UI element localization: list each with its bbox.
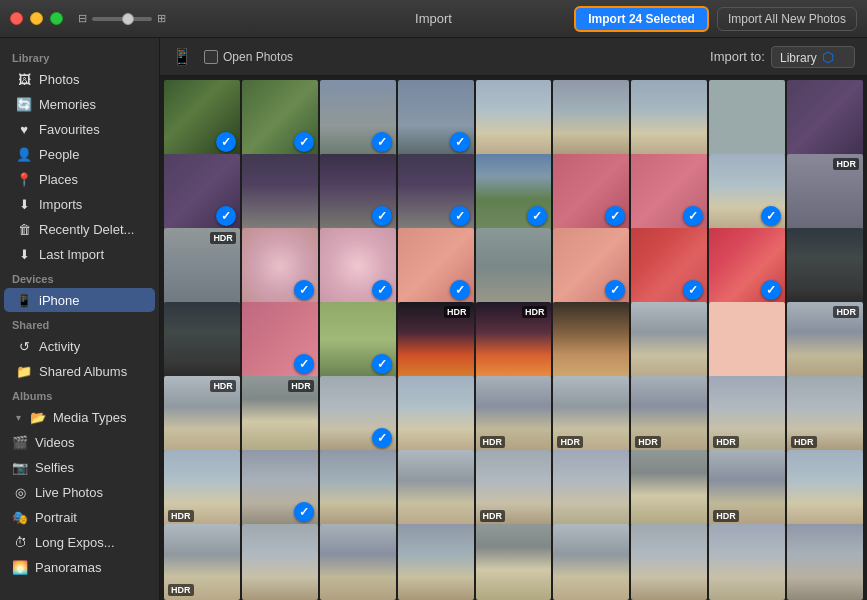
photo-cell-27[interactable] (787, 228, 863, 304)
photo-cell-40[interactable] (398, 376, 474, 452)
photo-check-39[interactable]: ✓ (372, 428, 392, 448)
sidebar-item-people[interactable]: 👤People (4, 142, 155, 166)
photo-cell-47[interactable]: ✓ (242, 450, 318, 526)
zoom-slider-thumb[interactable] (122, 13, 134, 25)
photo-cell-48[interactable] (320, 450, 396, 526)
photo-cell-62[interactable] (709, 524, 785, 600)
photo-cell-32[interactable]: HDR (476, 302, 552, 378)
photo-cell-16[interactable]: ✓ (631, 154, 707, 230)
photo-cell-9[interactable] (787, 80, 863, 156)
photo-check-25[interactable]: ✓ (683, 280, 703, 300)
open-photos-option[interactable]: Open Photos (204, 50, 293, 64)
photo-cell-30[interactable]: ✓ (320, 302, 396, 378)
sidebar-item-places[interactable]: 📍Places (4, 167, 155, 191)
photo-cell-4[interactable]: ✓ (398, 80, 474, 156)
photo-cell-35[interactable] (709, 302, 785, 378)
photo-cell-37[interactable]: HDR (164, 376, 240, 452)
sidebar-item-videos[interactable]: 🎬Videos (4, 430, 155, 454)
photo-cell-41[interactable]: HDR (476, 376, 552, 452)
photo-grid[interactable]: ✓✓✓✓✓✓✓✓✓✓✓HDRHDR✓✓✓✓✓✓✓✓HDRHDRHDRHDRHDR… (160, 76, 867, 600)
photo-cell-45[interactable]: HDR (787, 376, 863, 452)
photo-check-10[interactable]: ✓ (216, 206, 236, 226)
photo-cell-46[interactable]: HDR (164, 450, 240, 526)
zoom-slider[interactable] (92, 17, 152, 21)
photo-cell-58[interactable] (398, 524, 474, 600)
sidebar-item-activity[interactable]: ↺Activity (4, 334, 155, 358)
photo-cell-63[interactable] (787, 524, 863, 600)
sidebar-item-recently-deleted[interactable]: 🗑Recently Delet... (4, 217, 155, 241)
photo-check-17[interactable]: ✓ (761, 206, 781, 226)
open-photos-checkbox[interactable] (204, 50, 218, 64)
photo-check-12[interactable]: ✓ (372, 206, 392, 226)
sidebar-item-memories[interactable]: 🔄Memories (4, 92, 155, 116)
photo-cell-12[interactable]: ✓ (320, 154, 396, 230)
photo-cell-7[interactable] (631, 80, 707, 156)
sidebar-item-live-photos[interactable]: ◎Live Photos (4, 480, 155, 504)
photo-cell-24[interactable]: ✓ (553, 228, 629, 304)
minimize-button[interactable] (30, 12, 43, 25)
photo-cell-39[interactable]: ✓ (320, 376, 396, 452)
import-destination-dropdown[interactable]: Library ⬡ (771, 46, 855, 68)
close-button[interactable] (10, 12, 23, 25)
photo-check-20[interactable]: ✓ (294, 280, 314, 300)
photo-cell-19[interactable]: HDR (164, 228, 240, 304)
photo-cell-25[interactable]: ✓ (631, 228, 707, 304)
photo-cell-49[interactable] (398, 450, 474, 526)
photo-check-47[interactable]: ✓ (294, 502, 314, 522)
photo-cell-10[interactable]: ✓ (164, 154, 240, 230)
photo-check-30[interactable]: ✓ (372, 354, 392, 374)
photo-cell-5[interactable] (476, 80, 552, 156)
photo-cell-33[interactable] (553, 302, 629, 378)
sidebar-item-shared-albums[interactable]: 📁Shared Albums (4, 359, 155, 383)
photo-cell-50[interactable]: HDR (476, 450, 552, 526)
photo-cell-38[interactable]: HDR (242, 376, 318, 452)
photo-cell-11[interactable] (242, 154, 318, 230)
photo-check-1[interactable]: ✓ (216, 132, 236, 152)
sidebar-item-iphone[interactable]: 📱iPhone (4, 288, 155, 312)
photo-cell-29[interactable]: ✓ (242, 302, 318, 378)
photo-cell-59[interactable] (476, 524, 552, 600)
photo-cell-43[interactable]: HDR (631, 376, 707, 452)
photo-check-13[interactable]: ✓ (450, 206, 470, 226)
photo-cell-13[interactable]: ✓ (398, 154, 474, 230)
photo-cell-60[interactable] (553, 524, 629, 600)
photo-cell-31[interactable]: HDR (398, 302, 474, 378)
photo-cell-15[interactable]: ✓ (553, 154, 629, 230)
photo-cell-20[interactable]: ✓ (242, 228, 318, 304)
photo-cell-1[interactable]: ✓ (164, 80, 240, 156)
photo-cell-17[interactable]: ✓ (709, 154, 785, 230)
photo-cell-52[interactable] (631, 450, 707, 526)
photo-check-2[interactable]: ✓ (294, 132, 314, 152)
photo-cell-55[interactable]: HDR (164, 524, 240, 600)
photo-cell-8[interactable] (709, 80, 785, 156)
photo-check-16[interactable]: ✓ (683, 206, 703, 226)
photo-cell-53[interactable]: HDR (709, 450, 785, 526)
photo-check-21[interactable]: ✓ (372, 280, 392, 300)
sidebar-item-selfies[interactable]: 📷Selfies (4, 455, 155, 479)
sidebar-item-long-exposure[interactable]: ⏱Long Expos... (4, 530, 155, 554)
photo-check-4[interactable]: ✓ (450, 132, 470, 152)
import-all-button[interactable]: Import All New Photos (717, 7, 857, 31)
photo-check-26[interactable]: ✓ (761, 280, 781, 300)
sidebar-item-photos[interactable]: 🖼Photos (4, 67, 155, 91)
photo-cell-36[interactable]: HDR (787, 302, 863, 378)
photo-cell-28[interactable] (164, 302, 240, 378)
photo-cell-23[interactable] (476, 228, 552, 304)
photo-check-22[interactable]: ✓ (450, 280, 470, 300)
sidebar-item-panoramas[interactable]: 🌅Panoramas (4, 555, 155, 579)
photo-cell-18[interactable]: HDR (787, 154, 863, 230)
photo-cell-61[interactable] (631, 524, 707, 600)
photo-cell-54[interactable] (787, 450, 863, 526)
sidebar-item-portrait[interactable]: 🎭Portrait (4, 505, 155, 529)
photo-cell-21[interactable]: ✓ (320, 228, 396, 304)
photo-cell-3[interactable]: ✓ (320, 80, 396, 156)
sidebar-item-imports[interactable]: ⬇Imports (4, 192, 155, 216)
import-selected-button[interactable]: Import 24 Selected (574, 6, 709, 32)
photo-check-3[interactable]: ✓ (372, 132, 392, 152)
sidebar-item-last-import[interactable]: ⬇Last Import (4, 242, 155, 266)
photo-cell-44[interactable]: HDR (709, 376, 785, 452)
maximize-button[interactable] (50, 12, 63, 25)
photo-cell-22[interactable]: ✓ (398, 228, 474, 304)
photo-cell-42[interactable]: HDR (553, 376, 629, 452)
photo-cell-14[interactable]: ✓ (476, 154, 552, 230)
